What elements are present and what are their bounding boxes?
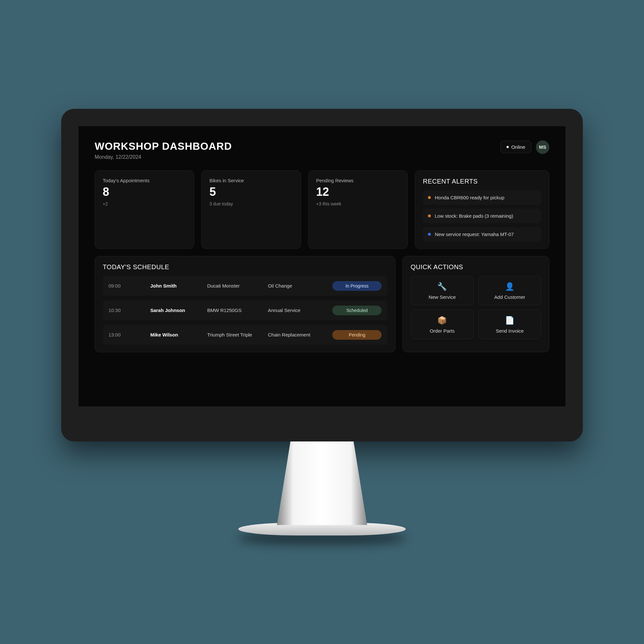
stat-value: 5	[209, 185, 293, 199]
schedule-bike: Ducati Monster	[207, 283, 264, 289]
alert-dot-icon	[428, 233, 431, 236]
header-right: Online MS	[500, 140, 549, 154]
alerts-title: RECENT ALERTS	[423, 178, 541, 185]
schedule-customer: Mike Wilson	[150, 332, 204, 337]
quick-action-label: New Service	[429, 294, 456, 300]
schedule-service: Chain Replacement	[268, 332, 328, 337]
alert-item[interactable]: Honda CBR600 ready for pickup	[423, 190, 541, 205]
schedule-time: 09:00	[109, 283, 147, 289]
quick-action-send-invoice[interactable]: 📄 Send Invoice	[478, 310, 541, 339]
alert-dot-icon	[428, 196, 431, 199]
schedule-time: 10:30	[109, 308, 147, 313]
quick-action-label: Order Parts	[430, 328, 455, 334]
page-date: Monday, 12/22/2024	[95, 154, 232, 160]
schedule-card: TODAY'S SCHEDULE 09:00 John Smith Ducati…	[95, 256, 395, 352]
stat-value: 8	[103, 185, 186, 199]
schedule-service: Annual Service	[268, 308, 328, 313]
stat-value: 12	[316, 185, 400, 199]
stats-row: Today's Appointments 8 +2 Bikes in Servi…	[95, 170, 549, 249]
stat-card-bikes[interactable]: Bikes in Service 5 3 due today	[201, 170, 301, 249]
alert-text: Honda CBR600 ready for pickup	[435, 195, 504, 200]
box-icon: 📦	[414, 316, 470, 325]
stat-sub: +3 this week	[316, 201, 400, 206]
alert-dot-icon	[428, 214, 431, 217]
status-badge: In Progress	[332, 281, 382, 291]
device-bezel: WORKSHOP DASHBOARD Monday, 12/22/2024 On…	[61, 109, 583, 441]
device-frame: WORKSHOP DASHBOARD Monday, 12/22/2024 On…	[61, 109, 583, 535]
schedule-service: Oil Change	[268, 283, 328, 289]
device-stand-neck	[277, 441, 367, 525]
quick-action-new-service[interactable]: 🔧 New Service	[411, 276, 474, 305]
avatar[interactable]: MS	[536, 140, 549, 154]
document-icon: 📄	[482, 316, 538, 325]
stat-card-appointments[interactable]: Today's Appointments 8 +2	[95, 170, 194, 249]
app-root: WORKSHOP DASHBOARD Monday, 12/22/2024 On…	[79, 126, 565, 366]
status-badge: Scheduled	[332, 306, 382, 315]
screen: WORKSHOP DASHBOARD Monday, 12/22/2024 On…	[79, 126, 565, 406]
stat-sub: 3 due today	[209, 201, 293, 206]
stat-label: Bikes in Service	[209, 178, 293, 183]
header: WORKSHOP DASHBOARD Monday, 12/22/2024 On…	[95, 140, 549, 160]
quick-action-order-parts[interactable]: 📦 Order Parts	[411, 310, 474, 339]
schedule-customer: Sarah Johnson	[150, 308, 204, 313]
status-badge: Pending	[332, 330, 382, 340]
status-dot-icon	[507, 146, 509, 148]
stat-card-reviews[interactable]: Pending Reviews 12 +3 this week	[308, 170, 408, 249]
quick-action-add-customer[interactable]: 👤 Add Customer	[478, 276, 541, 305]
status-text: Online	[511, 144, 525, 150]
page-title: WORKSHOP DASHBOARD	[95, 140, 232, 152]
schedule-time: 13:00	[109, 332, 147, 337]
bottom-row: TODAY'S SCHEDULE 09:00 John Smith Ducati…	[95, 256, 549, 352]
schedule-bike: BMW R1250GS	[207, 308, 264, 313]
stat-label: Pending Reviews	[316, 178, 400, 183]
alert-text: New service request: Yamaha MT-07	[435, 232, 514, 237]
stat-label: Today's Appointments	[103, 178, 186, 183]
schedule-customer: John Smith	[150, 283, 204, 289]
stat-sub: +2	[103, 201, 186, 206]
quick-action-label: Add Customer	[494, 294, 525, 300]
schedule-row[interactable]: 10:30 Sarah Johnson BMW R1250GS Annual S…	[103, 300, 387, 320]
person-icon: 👤	[482, 282, 538, 291]
quick-actions-title: QUICK ACTIONS	[411, 263, 541, 271]
wrench-icon: 🔧	[414, 282, 470, 291]
alert-item[interactable]: New service request: Yamaha MT-07	[423, 227, 541, 241]
quick-action-label: Send Invoice	[496, 328, 524, 334]
alert-text: Low stock: Brake pads (3 remaining)	[435, 213, 513, 219]
schedule-row[interactable]: 13:00 Mike Wilson Triumph Street Triple …	[103, 325, 387, 345]
schedule-bike: Triumph Street Triple	[207, 332, 264, 337]
schedule-title: TODAY'S SCHEDULE	[103, 263, 387, 271]
alert-item[interactable]: Low stock: Brake pads (3 remaining)	[423, 209, 541, 223]
schedule-row[interactable]: 09:00 John Smith Ducati Monster Oil Chan…	[103, 276, 387, 296]
status-pill[interactable]: Online	[500, 141, 531, 153]
quick-actions-card: QUICK ACTIONS 🔧 New Service 👤 Add Custom…	[403, 256, 549, 352]
header-left: WORKSHOP DASHBOARD Monday, 12/22/2024	[95, 140, 232, 160]
quick-actions-grid: 🔧 New Service 👤 Add Customer 📦 Order Par…	[411, 276, 541, 339]
alerts-card: RECENT ALERTS Honda CBR600 ready for pic…	[415, 170, 549, 249]
